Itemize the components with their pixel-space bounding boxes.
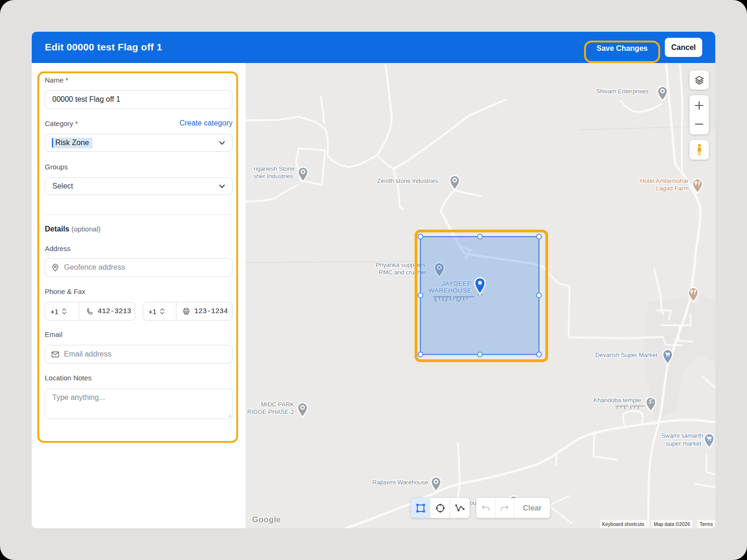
svg-text:MIDC PARK: MIDC PARK [261,401,295,408]
svg-text:super market: super market [666,440,701,447]
svg-text:Shivam Enterprises: Shivam Enterprises [596,88,649,95]
svg-text:3: 3 [649,399,652,405]
svg-text:Zenith stone industries: Zenith stone industries [377,177,438,184]
svg-text:riganesh Stone: riganesh Stone [254,165,295,172]
svg-text:Lagad Farm: Lagad Farm [656,185,689,192]
svg-text:RIDGE PHASE-2: RIDGE PHASE-2 [247,408,294,415]
svg-text:sher Industries: sher Industries [254,173,294,180]
svg-text:Khandoba temple: Khandoba temple [593,397,641,404]
svg-text:Rajlaxmi Warehouse: Rajlaxmi Warehouse [373,479,428,486]
svg-text:Hotel Ambemohar: Hotel Ambemohar [640,177,689,184]
svg-text:ou: ou [470,499,476,506]
svg-text:Devansh Super Market: Devansh Super Market [595,351,657,358]
svg-text:Swami samarth: Swami samarth [661,432,703,439]
